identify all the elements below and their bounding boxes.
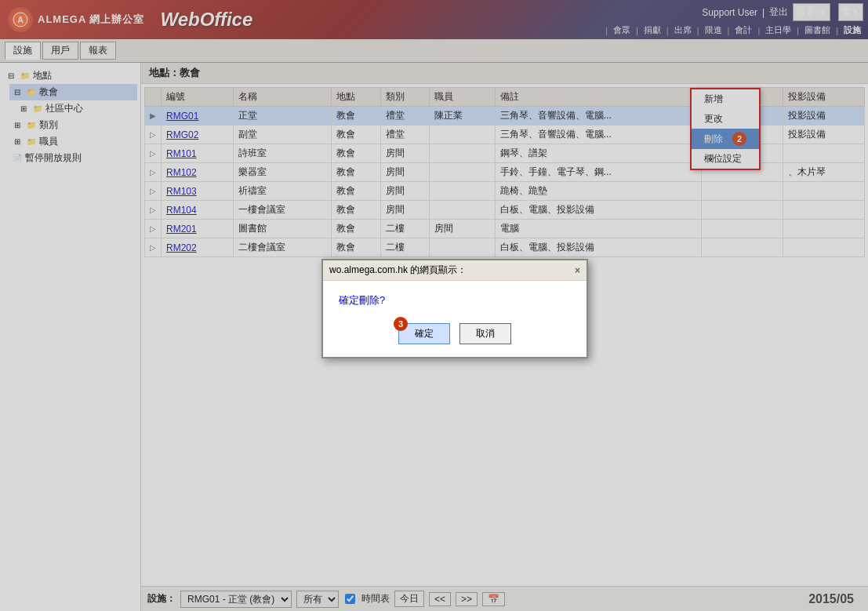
modal-body: 確定刪除? 3 確定 取消 (323, 281, 587, 357)
modal-title: wo.almega.com.hk 的網頁顯示： (329, 264, 467, 277)
modal-cancel-btn[interactable]: 取消 (459, 323, 511, 344)
confirm-btn-wrapper: 3 確定 (398, 323, 450, 344)
modal-overlay[interactable]: wo.almega.com.hk 的網頁顯示： × 確定刪除? 3 確定 取消 (0, 0, 868, 611)
step3-badge: 3 (394, 317, 408, 331)
modal-titlebar: wo.almega.com.hk 的網頁顯示： × (323, 260, 587, 281)
modal-confirm-text: 確定刪除? (339, 293, 571, 307)
modal-buttons: 3 確定 取消 (339, 323, 571, 344)
modal-dialog: wo.almega.com.hk 的網頁顯示： × 確定刪除? 3 確定 取消 (321, 259, 588, 358)
modal-close-btn[interactable]: × (575, 265, 580, 276)
